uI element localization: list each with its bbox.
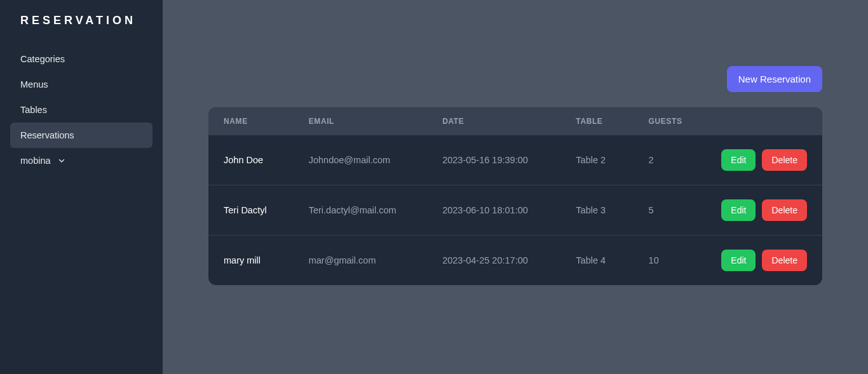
cell-email: Johndoe@mail.com [294, 135, 427, 185]
delete-button[interactable]: Delete [762, 149, 806, 171]
column-header-table: TABLE [560, 107, 633, 135]
cell-date: 2023-04-25 20:17:00 [427, 236, 560, 286]
cell-table: Table 4 [560, 236, 633, 286]
sidebar: RESERVATION Categories Menus Tables Rese… [0, 0, 163, 374]
cell-actions: Edit Delete [706, 185, 822, 236]
table-row: Teri Dactyl Teri.dactyl@mail.com 2023-06… [208, 185, 822, 236]
cell-name: John Doe [208, 135, 294, 185]
column-header-actions [706, 107, 822, 135]
user-label: mobina [20, 156, 51, 166]
cell-guests: 10 [634, 236, 707, 286]
edit-button[interactable]: Edit [721, 250, 756, 271]
edit-button[interactable]: Edit [721, 199, 756, 221]
cell-guests: 5 [634, 185, 707, 236]
column-header-name: NAME [208, 107, 294, 135]
table-row: John Doe Johndoe@mail.com 2023-05-16 19:… [208, 135, 822, 185]
table-row: mary mill mar@gmail.com 2023-04-25 20:17… [208, 236, 822, 286]
sidebar-item-reservations[interactable]: Reservations [10, 123, 153, 148]
column-header-guests: GUESTS [634, 107, 707, 135]
column-header-date: DATE [427, 107, 560, 135]
table-header-row: NAME EMAIL DATE TABLE GUESTS [208, 107, 822, 135]
delete-button[interactable]: Delete [762, 199, 806, 221]
sidebar-item-categories[interactable]: Categories [10, 46, 153, 72]
main-content: New Reservation NAME EMAIL DATE TABLE GU… [163, 0, 868, 374]
sidebar-item-user[interactable]: mobina [10, 148, 153, 173]
cell-table: Table 3 [560, 185, 633, 236]
top-bar: New Reservation [208, 0, 822, 107]
delete-button[interactable]: Delete [762, 250, 806, 271]
cell-table: Table 2 [560, 135, 633, 185]
cell-date: 2023-05-16 19:39:00 [427, 135, 560, 185]
new-reservation-button[interactable]: New Reservation [727, 66, 822, 92]
cell-email: Teri.dactyl@mail.com [294, 185, 427, 236]
app-title: RESERVATION [0, 0, 163, 39]
cell-date: 2023-06-10 18:01:00 [427, 185, 560, 236]
chevron-down-icon [57, 156, 66, 165]
cell-email: mar@gmail.com [294, 236, 427, 286]
cell-actions: Edit Delete [706, 236, 822, 286]
sidebar-nav: Categories Menus Tables Reservations mob… [0, 39, 163, 181]
cell-name: mary mill [208, 236, 294, 286]
sidebar-item-menus[interactable]: Menus [10, 72, 153, 97]
cell-name: Teri Dactyl [208, 185, 294, 236]
sidebar-item-tables[interactable]: Tables [10, 97, 153, 123]
cell-actions: Edit Delete [706, 135, 822, 185]
reservations-table: NAME EMAIL DATE TABLE GUESTS John Doe Jo… [208, 107, 822, 285]
cell-guests: 2 [634, 135, 707, 185]
edit-button[interactable]: Edit [721, 149, 756, 171]
column-header-email: EMAIL [294, 107, 427, 135]
